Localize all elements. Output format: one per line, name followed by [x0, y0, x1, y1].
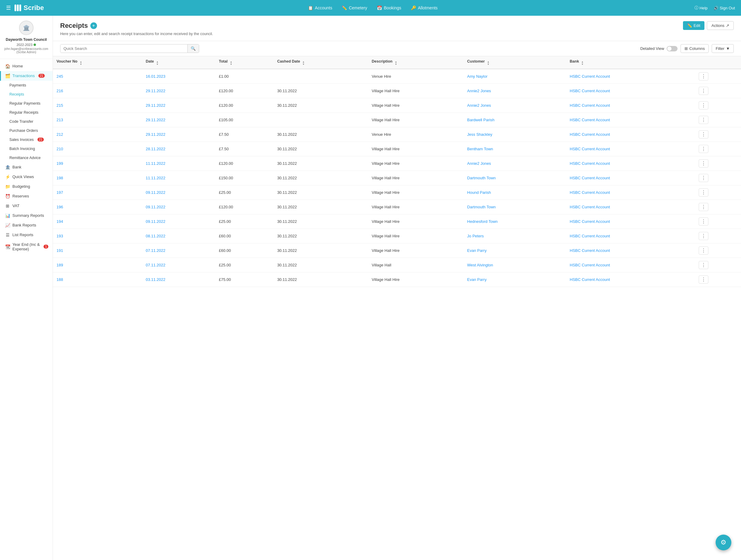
- customer-link[interactable]: Hound Parish: [467, 190, 491, 195]
- voucher-link[interactable]: 198: [57, 176, 63, 180]
- bank-link[interactable]: HSBC Current Account: [569, 147, 610, 151]
- voucher-link[interactable]: 216: [57, 88, 63, 93]
- sidebar-item-purchase-orders[interactable]: Purchase Orders: [0, 126, 53, 135]
- voucher-link[interactable]: 197: [57, 190, 63, 195]
- bank-link[interactable]: HSBC Current Account: [569, 132, 610, 137]
- customer-link[interactable]: Evan Parry: [467, 248, 486, 253]
- bank-link[interactable]: HSBC Current Account: [569, 161, 610, 166]
- date-link[interactable]: 29.11.2022: [146, 118, 165, 122]
- date-link[interactable]: 03.11.2022: [146, 277, 165, 282]
- edit-button[interactable]: ✏️ Edit: [683, 21, 704, 30]
- sidebar-item-regular-receipts[interactable]: Regular Receipts: [0, 108, 53, 117]
- col-cashed-date[interactable]: Cashed Date ▲▼: [273, 56, 368, 69]
- row-actions-button[interactable]: ⋮: [699, 232, 709, 240]
- customer-link[interactable]: Bentham Town: [467, 147, 493, 151]
- sidebar-item-bank[interactable]: 🏦 Bank: [0, 163, 53, 172]
- signout-link[interactable]: 🔊 Sign Out: [714, 6, 735, 10]
- bank-link[interactable]: HSBC Current Account: [569, 74, 610, 79]
- sidebar-item-bank-reports[interactable]: 📈 Bank Reports: [0, 221, 53, 230]
- col-customer[interactable]: Customer ▲▼: [464, 56, 566, 69]
- date-link[interactable]: 07.11.2022: [146, 248, 165, 253]
- date-link[interactable]: 16.01.2023: [146, 74, 165, 79]
- row-actions-button[interactable]: ⋮: [699, 101, 709, 110]
- row-actions-button[interactable]: ⋮: [699, 116, 709, 124]
- columns-button[interactable]: ⊞ Columns: [681, 44, 709, 53]
- nav-cemetery[interactable]: ✏️ Cemetery: [342, 5, 367, 10]
- sidebar-item-summary-reports[interactable]: 📊 Summary Reports: [0, 211, 53, 221]
- row-actions-button[interactable]: ⋮: [699, 72, 709, 80]
- bank-link[interactable]: HSBC Current Account: [569, 277, 610, 282]
- date-link[interactable]: 08.11.2022: [146, 234, 165, 238]
- bank-link[interactable]: HSBC Current Account: [569, 205, 610, 209]
- actions-button[interactable]: Actions ↗: [707, 21, 734, 30]
- date-link[interactable]: 07.11.2022: [146, 263, 165, 267]
- date-link[interactable]: 29.11.2022: [146, 103, 165, 108]
- bank-link[interactable]: HSBC Current Account: [569, 88, 610, 93]
- sidebar-item-batch-invoicing[interactable]: Batch Invoicing: [0, 144, 53, 153]
- sidebar-item-list-reports[interactable]: ☰ List Reports: [0, 230, 53, 240]
- add-receipt-button[interactable]: +: [90, 22, 97, 29]
- filter-button[interactable]: Filter ▼: [712, 44, 734, 53]
- sidebar-item-code-transfer[interactable]: Code Transfer: [0, 117, 53, 126]
- voucher-link[interactable]: 210: [57, 147, 63, 151]
- voucher-link[interactable]: 193: [57, 234, 63, 238]
- col-date[interactable]: Date ▲▼: [142, 56, 215, 69]
- customer-link[interactable]: Annie2 Jones: [467, 88, 491, 93]
- customer-link[interactable]: Jo Peters: [467, 234, 484, 238]
- bank-link[interactable]: HSBC Current Account: [569, 248, 610, 253]
- date-link[interactable]: 28.11.2022: [146, 147, 165, 151]
- bank-link[interactable]: HSBC Current Account: [569, 263, 610, 267]
- row-actions-button[interactable]: ⋮: [699, 145, 709, 153]
- voucher-link[interactable]: 194: [57, 219, 63, 224]
- date-link[interactable]: 29.11.2022: [146, 88, 165, 93]
- search-button[interactable]: 🔍: [187, 45, 199, 53]
- sidebar-item-sales-invoices[interactable]: Sales Invoices 21: [0, 135, 53, 144]
- col-voucher-no[interactable]: Voucher No ▲▼: [53, 56, 142, 69]
- row-actions-button[interactable]: ⋮: [699, 130, 709, 138]
- bank-link[interactable]: HSBC Current Account: [569, 190, 610, 195]
- sidebar-item-receipts[interactable]: Receipts: [0, 90, 53, 99]
- col-bank[interactable]: Bank ▲▼: [566, 56, 695, 69]
- voucher-link[interactable]: 245: [57, 74, 63, 79]
- date-link[interactable]: 09.11.2022: [146, 219, 165, 224]
- bank-link[interactable]: HSBC Current Account: [569, 219, 610, 224]
- hamburger-icon[interactable]: ☰: [6, 5, 11, 11]
- row-actions-button[interactable]: ⋮: [699, 261, 709, 269]
- voucher-link[interactable]: 199: [57, 161, 63, 166]
- search-input[interactable]: [60, 45, 187, 53]
- bank-link[interactable]: HSBC Current Account: [569, 234, 610, 238]
- help-link[interactable]: ⓘ Help: [694, 5, 708, 11]
- voucher-link[interactable]: 213: [57, 118, 63, 122]
- customer-link[interactable]: West Alvington: [467, 263, 493, 267]
- date-link[interactable]: 09.11.2022: [146, 190, 165, 195]
- sidebar-item-budgeting[interactable]: 📁 Budgeting: [0, 182, 53, 191]
- row-actions-button[interactable]: ⋮: [699, 87, 709, 95]
- col-description[interactable]: Description ▲▼: [368, 56, 464, 69]
- fab-button[interactable]: ⚙: [716, 535, 731, 550]
- row-actions-button[interactable]: ⋮: [699, 203, 709, 211]
- customer-link[interactable]: Annie2 Jones: [467, 103, 491, 108]
- bank-link[interactable]: HSBC Current Account: [569, 118, 610, 122]
- row-actions-button[interactable]: ⋮: [699, 188, 709, 196]
- sidebar-item-home[interactable]: 🏠 Home: [0, 61, 53, 71]
- sidebar-item-year-end[interactable]: 📆 Year End (Inc & Expense) 1: [0, 240, 53, 254]
- date-link[interactable]: 09.11.2022: [146, 205, 165, 209]
- date-link[interactable]: 11.11.2022: [146, 176, 165, 180]
- voucher-link[interactable]: 188: [57, 277, 63, 282]
- row-actions-button[interactable]: ⋮: [699, 159, 709, 168]
- customer-link[interactable]: Hednesford Town: [467, 219, 498, 224]
- voucher-link[interactable]: 196: [57, 205, 63, 209]
- voucher-link[interactable]: 215: [57, 103, 63, 108]
- sidebar-item-regular-payments[interactable]: Regular Payments: [0, 99, 53, 108]
- voucher-link[interactable]: 191: [57, 248, 63, 253]
- date-link[interactable]: 11.11.2022: [146, 161, 165, 166]
- sidebar-item-transactions[interactable]: 🗂️ Transactions 21: [0, 71, 53, 81]
- row-actions-button[interactable]: ⋮: [699, 174, 709, 182]
- sidebar-item-reserves[interactable]: ⏰ Reserves: [0, 191, 53, 201]
- customer-link[interactable]: Annie2 Jones: [467, 161, 491, 166]
- sidebar-item-vat[interactable]: ⊞ VAT: [0, 201, 53, 211]
- customer-link[interactable]: Dartmouth Town: [467, 176, 495, 180]
- row-actions-button[interactable]: ⋮: [699, 275, 709, 284]
- row-actions-button[interactable]: ⋮: [699, 217, 709, 226]
- row-actions-button[interactable]: ⋮: [699, 246, 709, 255]
